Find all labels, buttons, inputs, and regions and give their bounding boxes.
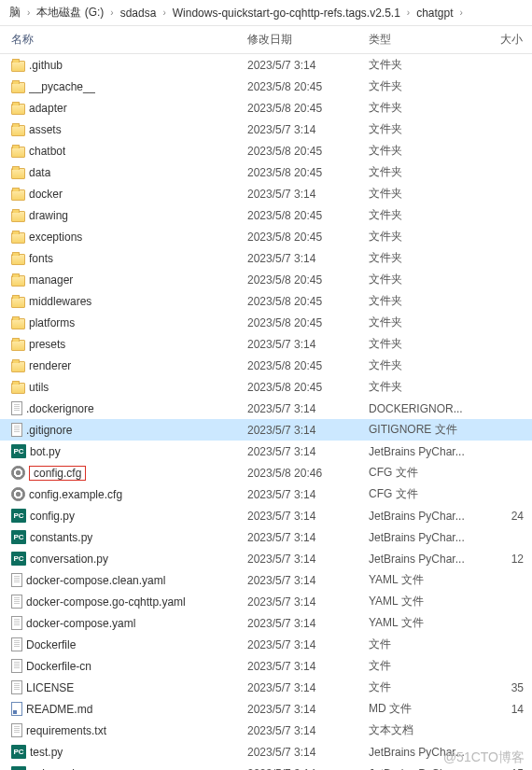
file-row[interactable]: requirements.txt2023/5/7 3:14文本文档 [0, 720, 532, 741]
file-name-cell[interactable]: data [0, 166, 247, 179]
header-size[interactable]: 大小 [481, 32, 527, 48]
file-row[interactable]: Dockerfile2023/5/7 3:14文件 [0, 634, 532, 655]
file-name-cell[interactable]: docker-compose.yaml [0, 616, 247, 630]
file-row[interactable]: fonts2023/5/7 3:14文件夹 [0, 247, 532, 269]
file-row[interactable]: .gitignore2023/5/7 3:14GITIGNORE 文件 [0, 419, 532, 441]
folder-icon [11, 125, 25, 136]
file-type: 文件夹 [369, 207, 481, 223]
file-type: YAML 文件 [369, 572, 481, 588]
file-row[interactable]: README.md2023/5/7 3:14MD 文件14 [0, 698, 532, 720]
file-name-cell[interactable]: LICENSE [0, 680, 247, 694]
file-row[interactable]: presets2023/5/7 3:14文件夹 [0, 333, 532, 355]
file-row[interactable]: config.example.cfg2023/5/7 3:14CFG 文件 [0, 483, 532, 505]
file-row[interactable]: platforms2023/5/8 20:45文件夹 [0, 312, 532, 333]
file-row[interactable]: PCbot.py2023/5/7 3:14JetBrains PyChar... [0, 441, 532, 462]
file-name-cell[interactable]: docker [0, 188, 247, 201]
file-type: 文件 [369, 658, 481, 674]
breadcrumb-item[interactable]: Windows-quickstart-go-cqhttp-refs.tags.v… [169, 5, 404, 21]
file-name-cell[interactable]: docker-compose.clean.yaml [0, 573, 247, 587]
file-type: 文件夹 [369, 250, 481, 266]
file-date: 2023/5/8 20:45 [247, 359, 369, 372]
pycharm-icon: PC [11, 530, 26, 544]
file-type: 文件夹 [369, 229, 481, 245]
file-name-cell[interactable]: drawing [0, 209, 247, 222]
file-name-cell[interactable]: utils [0, 381, 247, 394]
file-row[interactable]: docker-compose.go-cqhttp.yaml2023/5/7 3:… [0, 591, 532, 612]
file-row[interactable]: adapter2023/5/8 20:45文件夹 [0, 97, 532, 119]
file-name: Dockerfile [26, 638, 76, 651]
header-name[interactable]: 名称 [0, 32, 247, 48]
file-name-cell[interactable]: PCbot.py [0, 444, 247, 458]
file-name: adapter [29, 102, 67, 115]
file-name: README.md [26, 703, 92, 716]
file-name-cell[interactable]: presets [0, 338, 247, 351]
file-name: bot.py [30, 445, 61, 458]
breadcrumb[interactable]: 脑›本地磁盘 (G:)›sdadsa›Windows-quickstart-go… [0, 0, 532, 26]
file-row[interactable]: PCtest.py2023/5/7 3:14JetBrains PyChar..… [0, 741, 532, 763]
file-row[interactable]: renderer2023/5/8 20:45文件夹 [0, 355, 532, 376]
file-type: JetBrains PyChar... [369, 746, 481, 759]
file-date: 2023/5/8 20:45 [247, 209, 369, 222]
file-name-cell[interactable]: renderer [0, 359, 247, 372]
file-row[interactable]: PCconversation.py2023/5/7 3:14JetBrains … [0, 548, 532, 569]
file-name-cell[interactable]: .github [0, 59, 247, 72]
file-name-cell[interactable]: middlewares [0, 295, 247, 308]
file-row[interactable]: PCconstants.py2023/5/7 3:14JetBrains PyC… [0, 526, 532, 548]
file-name-cell[interactable]: PCtest.py [0, 745, 247, 759]
file-name-cell[interactable]: Dockerfile-cn [0, 659, 247, 673]
file-type: YAML 文件 [369, 615, 481, 631]
file-name-cell[interactable]: PCconstants.py [0, 530, 247, 544]
file-type: 文件夹 [369, 315, 481, 330]
file-name-cell[interactable]: .dockerignore [0, 401, 247, 415]
file-row[interactable]: docker-compose.clean.yaml2023/5/7 3:14YA… [0, 569, 532, 591]
pycharm-icon: PC [11, 509, 26, 523]
file-name-cell[interactable]: assets [0, 123, 247, 136]
file-name-cell[interactable]: .gitignore [0, 423, 247, 437]
file-row[interactable]: utils2023/5/8 20:45文件夹 [0, 376, 532, 398]
file-row[interactable]: chatbot2023/5/8 20:45文件夹 [0, 140, 532, 161]
file-name-cell[interactable]: platforms [0, 316, 247, 329]
file-row[interactable]: PCconfig.py2023/5/7 3:14JetBrains PyChar… [0, 505, 532, 526]
breadcrumb-item[interactable]: chatgpt [413, 5, 456, 21]
file-row[interactable]: PCuniversal.py2023/5/7 3:14JetBrains PyC… [0, 763, 532, 770]
file-row[interactable]: LICENSE2023/5/7 3:14文件35 [0, 677, 532, 698]
file-row[interactable]: exceptions2023/5/8 20:45文件夹 [0, 226, 532, 247]
file-name-cell[interactable]: config.cfg [0, 466, 247, 481]
file-name-cell[interactable]: PCconfig.py [0, 509, 247, 523]
file-icon [11, 723, 22, 737]
file-name-cell[interactable]: PCconversation.py [0, 552, 247, 566]
file-name-cell[interactable]: README.md [0, 702, 247, 716]
file-name-cell[interactable]: adapter [0, 102, 247, 115]
file-name-cell[interactable]: docker-compose.go-cqhttp.yaml [0, 595, 247, 609]
file-row[interactable]: docker-compose.yaml2023/5/7 3:14YAML 文件 [0, 612, 532, 634]
file-name-cell[interactable]: requirements.txt [0, 723, 247, 737]
breadcrumb-item[interactable]: 脑 [6, 3, 24, 22]
file-date: 2023/5/7 3:14 [247, 59, 369, 72]
file-row[interactable]: Dockerfile-cn2023/5/7 3:14文件 [0, 655, 532, 677]
file-name-cell[interactable]: fonts [0, 252, 247, 265]
file-icon [11, 595, 22, 609]
file-list[interactable]: .github2023/5/7 3:14文件夹__pycache__2023/5… [0, 54, 532, 770]
header-date[interactable]: 修改日期 [247, 32, 369, 48]
file-name-cell[interactable]: exceptions [0, 231, 247, 244]
file-row[interactable]: manager2023/5/8 20:45文件夹 [0, 269, 532, 290]
file-row[interactable]: __pycache__2023/5/8 20:45文件夹 [0, 76, 532, 97]
file-row[interactable]: .dockerignore2023/5/7 3:14DOCKERIGNOR... [0, 398, 532, 419]
breadcrumb-item[interactable]: sdadsa [117, 5, 161, 21]
header-type[interactable]: 类型 [369, 32, 481, 48]
breadcrumb-item[interactable]: 本地磁盘 (G:) [33, 3, 107, 22]
file-name-cell[interactable]: Dockerfile [0, 637, 247, 651]
file-row[interactable]: config.cfg2023/5/8 20:46CFG 文件 [0, 462, 532, 483]
file-row[interactable]: drawing2023/5/8 20:45文件夹 [0, 204, 532, 226]
file-name: constants.py [30, 531, 92, 544]
file-name-cell[interactable]: config.example.cfg [0, 487, 247, 501]
file-row[interactable]: middlewares2023/5/8 20:45文件夹 [0, 290, 532, 312]
file-name-cell[interactable]: manager [0, 273, 247, 287]
file-name-cell[interactable]: chatbot [0, 145, 247, 158]
file-name-cell[interactable]: PCuniversal.py [0, 766, 247, 770]
file-row[interactable]: assets2023/5/7 3:14文件夹 [0, 119, 532, 140]
file-row[interactable]: data2023/5/8 20:45文件夹 [0, 161, 532, 183]
file-name-cell[interactable]: __pycache__ [0, 80, 247, 93]
file-row[interactable]: .github2023/5/7 3:14文件夹 [0, 54, 532, 76]
file-row[interactable]: docker2023/5/7 3:14文件夹 [0, 183, 532, 204]
